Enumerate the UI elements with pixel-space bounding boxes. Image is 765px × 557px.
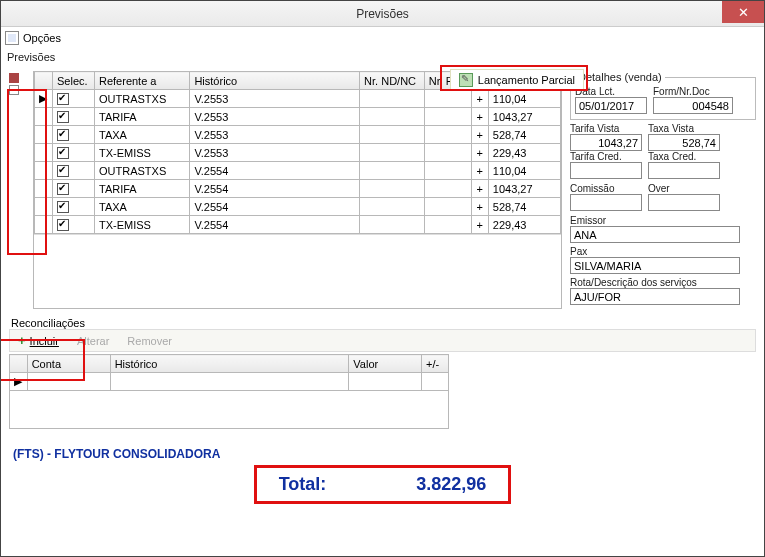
deselect-all-icon[interactable] — [9, 85, 19, 95]
lancamento-parcial-label: Lançamento Parcial — [478, 74, 575, 86]
checkbox-icon[interactable] — [57, 201, 69, 213]
col-referente[interactable]: Referente a — [94, 72, 189, 90]
col2-historico[interactable]: Histórico — [110, 355, 349, 373]
incluir-button[interactable]: + Incluir — [18, 333, 59, 348]
titlebar: Previsões ✕ — [1, 1, 764, 27]
reconc-grid[interactable]: Conta Histórico Valor +/- ▶ — [9, 354, 449, 391]
table-row[interactable]: TAXAV.2553+528,74 — [35, 126, 561, 144]
reconc-toolbar: + Incluir Alterar Remover — [9, 329, 756, 352]
window-title: Previsões — [356, 7, 409, 21]
checkbox-icon[interactable] — [57, 183, 69, 195]
details-panel: Detalhes (venda) Data Lct. Form/Nr.Doc T… — [570, 71, 756, 309]
table-row[interactable]: TAXAV.2554+528,74 — [35, 198, 561, 216]
rota-label: Rota/Descrição dos serviços — [570, 277, 756, 288]
options-icon — [5, 31, 19, 45]
form-field[interactable] — [653, 97, 733, 114]
tarifa-vista-label: Tarifa Vista — [570, 123, 642, 134]
col-selec[interactable]: Selec. — [53, 72, 95, 90]
checkbox-icon[interactable] — [57, 219, 69, 231]
total-label: Total: — [279, 474, 327, 495]
table-row[interactable]: TX-EMISSV.2554+229,43 — [35, 216, 561, 234]
taxa-cred-field[interactable] — [648, 162, 720, 179]
comissao-field[interactable] — [570, 194, 642, 211]
col-pointer — [35, 72, 53, 90]
row-selector-strip — [9, 71, 25, 309]
tarifa-vista-field[interactable] — [570, 134, 642, 151]
col2-pm[interactable]: +/- — [421, 355, 448, 373]
form-label: Form/Nr.Doc — [653, 86, 733, 97]
remover-button: Remover — [127, 335, 172, 347]
data-lct-label: Data Lct. — [575, 86, 647, 97]
select-all-icon[interactable] — [9, 73, 19, 83]
col2-pointer — [10, 355, 28, 373]
grid2-empty-area — [9, 391, 449, 429]
pax-label: Pax — [570, 246, 756, 257]
company-footer: (FTS) - FLYTOUR CONSOLIDADORA — [9, 429, 756, 465]
reconciliacoes-label: Reconciliações — [9, 317, 756, 329]
rota-field[interactable] — [570, 288, 740, 305]
col-nrnd[interactable]: Nr. ND/NC — [360, 72, 425, 90]
emissor-label: Emissor — [570, 215, 756, 226]
close-button[interactable]: ✕ — [722, 1, 764, 23]
details-legend: Detalhes (venda) — [575, 71, 665, 83]
remover-label: Remover — [127, 335, 172, 347]
plus-icon: + — [18, 333, 26, 348]
checkbox-icon[interactable] — [57, 129, 69, 141]
taxa-cred-label: Taxa Cred. — [648, 151, 720, 162]
edit-icon — [459, 73, 473, 87]
menubar: Opções — [1, 27, 764, 49]
previsoes-label: Previsões — [1, 49, 764, 67]
table-row[interactable]: TX-EMISSV.2553+229,43 — [35, 144, 561, 162]
data-lct-field[interactable] — [575, 97, 647, 114]
taxa-vista-label: Taxa Vista — [648, 123, 720, 134]
table-row[interactable]: ▶OUTRASTXSV.2553+110,04 — [35, 90, 561, 108]
col2-valor[interactable]: Valor — [349, 355, 422, 373]
alterar-button: Alterar — [77, 335, 109, 347]
menu-opcoes[interactable]: Opções — [23, 32, 61, 44]
table-row[interactable]: ▶ — [10, 373, 449, 391]
previsoes-grid[interactable]: Selec. Referente a Histórico Nr. ND/NC N… — [33, 71, 562, 309]
incluir-label: Incluir — [30, 335, 59, 347]
taxa-vista-field[interactable] — [648, 134, 720, 151]
lancamento-parcial-button[interactable]: Lançamento Parcial — [450, 69, 584, 91]
alterar-label: Alterar — [77, 335, 109, 347]
col-historico[interactable]: Histórico — [190, 72, 360, 90]
pax-field[interactable] — [570, 257, 740, 274]
tarifa-cred-field[interactable] — [570, 162, 642, 179]
tarifa-cred-label: Tarifa Cred. — [570, 151, 642, 162]
over-field[interactable] — [648, 194, 720, 211]
col2-conta[interactable]: Conta — [27, 355, 110, 373]
emissor-field[interactable] — [570, 226, 740, 243]
comissao-label: Comissão — [570, 183, 642, 194]
checkbox-icon[interactable] — [57, 147, 69, 159]
total-value: 3.822,96 — [416, 474, 486, 495]
table-row[interactable]: TARIFAV.2554+1043,27 — [35, 180, 561, 198]
total-box: Total: 3.822,96 — [254, 465, 512, 504]
table-row[interactable]: TARIFAV.2553+1043,27 — [35, 108, 561, 126]
table-row[interactable]: OUTRASTXSV.2554+110,04 — [35, 162, 561, 180]
checkbox-icon[interactable] — [57, 165, 69, 177]
checkbox-icon[interactable] — [57, 93, 69, 105]
grid-empty-area — [34, 234, 561, 308]
over-label: Over — [648, 183, 720, 194]
checkbox-icon[interactable] — [57, 111, 69, 123]
